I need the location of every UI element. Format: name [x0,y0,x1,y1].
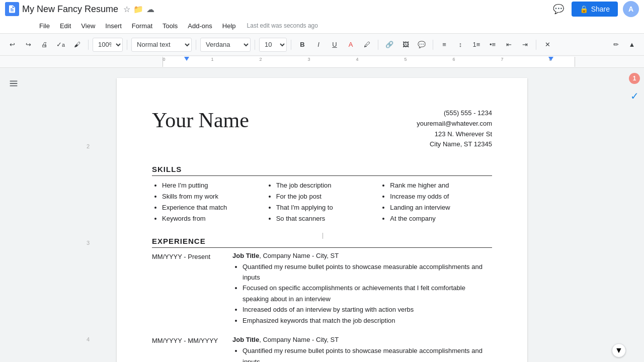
last-edit: Last edit was seconds ago [247,22,318,29]
skills-col-1: Here I'm putting Skills from my work Exp… [152,180,264,224]
cursor-mark: | [322,232,324,239]
page-markers: 2 3 4 5 [87,143,90,362]
page-marker-4: 4 [87,336,90,342]
docs-logo [5,2,19,16]
ruler-mark-7: 7 [501,57,504,62]
menu-addons[interactable]: Add-ons [184,21,216,31]
contact-email: youremail@whatever.com [417,119,492,129]
menu-view[interactable]: View [77,21,99,31]
font-select[interactable]: Verdana Arial Georgia [200,38,251,52]
redo-button[interactable]: ↪ [21,38,35,52]
skill-3-4: At the company [390,213,492,224]
outline-icon[interactable] [8,78,19,91]
menu-help[interactable]: Help [218,21,240,31]
italic-button[interactable]: I [311,38,326,52]
ruler-indent-marker[interactable] [184,57,189,61]
folder-icon[interactable]: 📁 [133,5,143,14]
exp-bullet-1-2: Focused on specific accomplishments or a… [243,283,492,304]
exp-date-2: MM/YYYY - MM/YYYY [152,336,232,362]
divider7 [433,40,433,50]
avatar[interactable]: A [623,1,639,17]
document-title[interactable]: My New Fancy Resume [22,4,118,15]
collapse-toolbar-button[interactable]: ▲ [625,38,639,52]
paint-format-button[interactable]: 🖌 [70,38,84,52]
ruler-mark-5: 5 [405,57,407,62]
exp-job-title-2: Job Title [232,336,259,343]
numbered-list-button[interactable]: 1≡ [469,38,484,52]
skills-col-3: Rank me higher and Increase my odds of L… [380,180,492,224]
style-select[interactable]: Normal text Title Heading 1 Heading 2 [131,38,192,52]
toolbar: ↩ ↪ 🖨 ✓a 🖌 100% 75% 125% 150% Normal tex… [0,34,644,56]
highlight-button[interactable]: 🖊 [360,38,374,52]
divider8 [536,40,536,50]
skill-3-1: Rank me higher and [390,180,492,191]
decrease-indent-button[interactable]: ⇤ [502,38,516,52]
exp-content-1: Job Title, Company Name - City, ST Quant… [232,252,492,326]
exp-bullet-1-1: Quantified my resume bullet points to sh… [243,261,492,283]
ruler-mark-6: 6 [453,57,455,62]
ruler-area: 0 1 2 3 4 5 6 7 8 [0,56,644,68]
skill-2-4: So that scanners [276,213,378,224]
title-bar: My New Fancy Resume ☆ 📁 ☁ 💬 🔒 Share A [0,0,644,18]
size-select[interactable]: 10 11 12 14 [259,38,287,52]
share-button[interactable]: 🔒 Share [572,2,618,17]
page-marker-2: 2 [87,143,90,149]
undo-button[interactable]: ↩ [5,38,19,52]
skill-2-3: That I'm applying to [276,202,378,213]
divider4 [255,40,255,50]
editing-button[interactable]: ✏ [609,38,623,52]
text-color-button[interactable]: A [344,38,358,52]
star-icon[interactable]: ☆ [123,5,130,14]
experience-entry-2: MM/YYYY - MM/YYYY Job Title, Company Nam… [152,336,492,362]
divider5 [291,40,291,50]
spellcheck-button[interactable]: ✓a [53,38,68,52]
notification-badge[interactable]: 1 [629,73,640,84]
skills-grid: Here I'm putting Skills from my work Exp… [152,180,492,224]
ruler-mark-2: 2 [260,57,262,62]
underline-button[interactable]: U [328,38,342,52]
check-icon[interactable]: ✓ [630,90,639,102]
divider6 [378,40,378,50]
document-area[interactable]: 2 3 4 5 1 ✓ Your Name (555) 555 - 1234 y… [0,68,644,362]
bullet-list-button[interactable]: •≡ [486,38,500,52]
resume-contact: (555) 555 - 1234 youremail@whatever.com … [417,108,492,150]
increase-indent-button[interactable]: ⇥ [518,38,532,52]
exp-title-2: Job Title, Company Name - City, ST [232,336,492,343]
skill-1-3: Experience that match [162,202,264,213]
top-bar: My New Fancy Resume ☆ 📁 ☁ 💬 🔒 Share A Fi… [0,0,644,34]
divider1 [88,40,89,50]
divider2 [127,40,127,50]
skills-section-title: SKILLS [152,165,492,176]
scroll-to-bottom-button[interactable]: ▼ [612,343,626,357]
right-sidebar: 1 ✓ [629,73,640,102]
exp-company-1: , Company Name - City, ST [259,252,339,259]
exp-date-1: MM/YYYY - Present [152,252,232,326]
ruler-right-margin-marker[interactable] [548,57,553,61]
clear-format-button[interactable]: ✕ [540,38,554,52]
menu-insert[interactable]: Insert [101,21,126,31]
exp-content-2: Job Title, Company Name - City, ST Quant… [232,336,492,362]
align-button[interactable]: ≡ [437,38,451,52]
zoom-select[interactable]: 100% 75% 125% 150% [93,38,123,52]
link-button[interactable]: 🔗 [382,38,396,52]
resume-name: Your Name [152,108,249,132]
ruler: 0 1 2 3 4 5 6 7 8 [163,57,575,67]
print-button[interactable]: 🖨 [37,38,51,52]
menu-format[interactable]: Format [128,21,156,31]
bold-button[interactable]: B [295,38,309,52]
page-marker-3: 3 [87,240,90,246]
line-spacing-button[interactable]: ↕ [453,38,467,52]
ruler-mark-0: 0 [163,57,166,62]
cloud-icon[interactable]: ☁ [146,5,154,14]
menu-edit[interactable]: Edit [56,21,75,31]
exp-bullet-1-4: Emphasized keywords that match the job d… [243,315,492,326]
document-page[interactable]: Your Name (555) 555 - 1234 youremail@wha… [117,78,527,362]
image-button[interactable]: 🖼 [398,38,413,52]
exp-bullet-2-1: Quantified my resume bullet points to sh… [243,345,492,362]
comment-tb-button[interactable]: 💬 [415,38,429,52]
experience-entry-1: MM/YYYY - Present Job Title, Company Nam… [152,252,492,326]
menu-tools[interactable]: Tools [158,21,182,31]
menu-file[interactable]: File [35,21,54,31]
skill-2-2: For the job post [276,191,378,202]
comment-icon[interactable]: 💬 [550,1,567,17]
